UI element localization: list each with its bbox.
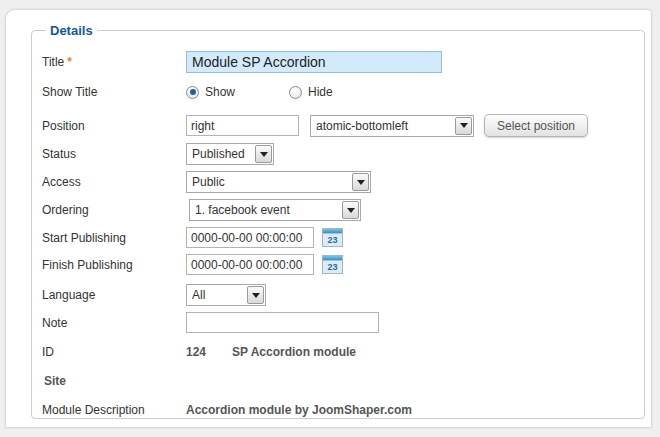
status-select-value: Published <box>192 147 245 161</box>
triangle-glyph <box>260 152 268 157</box>
note-input[interactable] <box>186 312 379 333</box>
language-select[interactable]: All <box>186 284 266 306</box>
required-asterisk: * <box>67 55 72 69</box>
id-row: ID 124 SP Accordion module <box>42 344 634 360</box>
id-value: 124 <box>186 345 232 359</box>
show-title-label: Show Title <box>42 85 186 99</box>
status-select[interactable]: Published <box>186 143 274 165</box>
language-row: Language All <box>42 284 634 306</box>
start-publishing-row: Start Publishing 23 <box>42 227 634 248</box>
language-select-value: All <box>192 288 205 302</box>
title-input[interactable] <box>186 51 442 73</box>
note-row: Note <box>42 312 634 333</box>
site-row: Site <box>42 373 634 389</box>
triangle-glyph <box>460 123 468 128</box>
radio-show-icon[interactable] <box>186 86 199 99</box>
ordering-select-value: 1. facebook event <box>195 203 290 217</box>
radio-show-label[interactable]: Show <box>205 85 235 99</box>
finish-publishing-label: Finish Publishing <box>42 258 186 272</box>
title-label: Title* <box>42 55 186 69</box>
position-select[interactable]: atomic-bottomleft <box>310 115 474 137</box>
access-select[interactable]: Public <box>186 171 371 193</box>
position-select-value: atomic-bottomleft <box>316 119 408 133</box>
ordering-select[interactable]: 1. facebook event <box>189 199 361 221</box>
content-panel: Details Title* Show Title Show Hide Posi… <box>5 9 652 428</box>
fieldset-legend: Details <box>46 23 97 38</box>
ordering-label: Ordering <box>42 203 186 217</box>
finish-publishing-input[interactable] <box>186 254 314 275</box>
status-row: Status Published <box>42 143 634 165</box>
select-position-button[interactable]: Select position <box>484 114 588 137</box>
chevron-down-icon[interactable] <box>455 117 472 135</box>
radio-hide-icon[interactable] <box>289 86 302 99</box>
calendar-icon-day: 23 <box>323 261 342 273</box>
finish-publishing-row: Finish Publishing 23 <box>42 254 634 275</box>
module-description-row: Module Description Accordion module by J… <box>42 402 634 418</box>
id-label: ID <box>42 345 186 359</box>
access-label: Access <box>42 175 186 189</box>
module-name: SP Accordion module <box>232 345 356 359</box>
chevron-down-icon[interactable] <box>255 145 272 163</box>
triangle-glyph <box>252 293 260 298</box>
access-select-value: Public <box>192 175 225 189</box>
calendar-icon-day: 23 <box>323 234 342 246</box>
details-fieldset: Details Title* Show Title Show Hide Posi… <box>31 23 645 419</box>
triangle-glyph <box>357 180 365 185</box>
start-publishing-label: Start Publishing <box>42 231 186 245</box>
position-input[interactable] <box>186 115 299 136</box>
module-description-label: Module Description <box>42 403 186 417</box>
title-row: Title* <box>42 50 634 74</box>
chevron-down-icon[interactable] <box>342 201 359 219</box>
chevron-down-icon[interactable] <box>352 173 369 191</box>
triangle-glyph <box>347 208 355 213</box>
position-row: Position atomic-bottomleft Select positi… <box>42 114 634 137</box>
chevron-down-icon[interactable] <box>247 286 264 304</box>
access-row: Access Public <box>42 171 634 193</box>
radio-hide-label[interactable]: Hide <box>308 85 333 99</box>
calendar-icon[interactable]: 23 <box>322 255 343 274</box>
module-description-value: Accordion module by JoomShaper.com <box>186 403 412 417</box>
language-label: Language <box>42 288 186 302</box>
site-group-label: Site <box>42 374 186 388</box>
start-publishing-input[interactable] <box>186 227 314 248</box>
calendar-icon[interactable]: 23 <box>322 228 343 247</box>
position-label: Position <box>42 119 186 133</box>
show-title-row: Show Title Show Hide <box>42 83 634 101</box>
note-label: Note <box>42 316 186 330</box>
status-label: Status <box>42 147 186 161</box>
show-title-radio-group: Show Hide <box>186 85 333 99</box>
ordering-row: Ordering 1. facebook event <box>42 199 634 221</box>
